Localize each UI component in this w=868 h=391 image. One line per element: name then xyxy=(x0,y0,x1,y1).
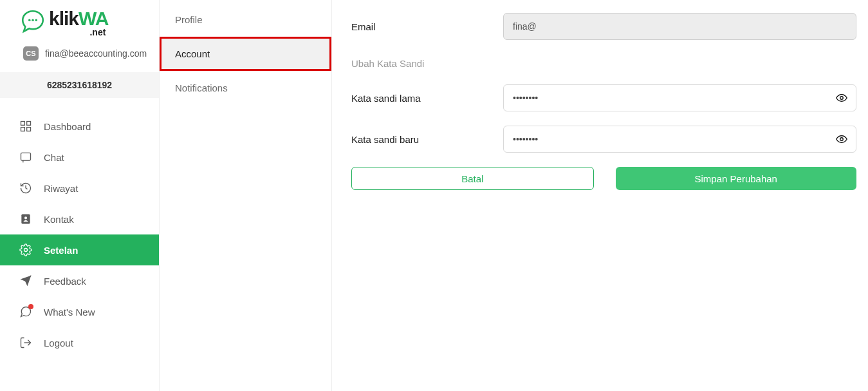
subnav-profile[interactable]: Profile xyxy=(160,3,331,37)
svg-point-10 xyxy=(24,249,28,252)
toggle-old-password-visibility[interactable] xyxy=(835,91,849,105)
settings-subnav: Profile Account Notifications xyxy=(160,0,332,391)
nav-label: Dashboard xyxy=(44,121,91,132)
email-label: Email xyxy=(351,21,503,32)
brand-block: klikWA .net xyxy=(0,0,159,41)
change-password-section-label: Ubah Kata Sandi xyxy=(351,58,856,69)
current-user-row: CS fina@beeaccounting.com xyxy=(0,41,159,72)
nav-feedback[interactable]: Feedback xyxy=(0,265,159,296)
new-password-field[interactable] xyxy=(503,126,856,153)
primary-nav: Dashboard Chat Riwayat Kontak Setelan Fe… xyxy=(0,98,159,358)
account-settings-panel: Email Ubah Kata Sandi Kata sandi lama Ka… xyxy=(332,0,868,391)
email-field xyxy=(503,13,856,40)
svg-rect-4 xyxy=(27,122,31,126)
svg-point-9 xyxy=(24,216,27,219)
chat-icon xyxy=(19,151,32,164)
svg-point-1 xyxy=(32,19,34,22)
svg-rect-5 xyxy=(21,128,25,131)
nav-label: Setelan xyxy=(44,245,78,256)
svg-point-2 xyxy=(35,19,38,22)
nav-dashboard[interactable]: Dashboard xyxy=(0,111,159,142)
phone-number-banner[interactable]: 6285231618192 xyxy=(0,72,159,98)
brand-wordmark: klikWA xyxy=(49,8,108,30)
paper-plane-icon xyxy=(19,274,32,287)
nav-label: Kontak xyxy=(44,214,74,225)
nav-label: Riwayat xyxy=(44,183,78,194)
nav-label: Feedback xyxy=(44,276,86,287)
notification-dot-icon xyxy=(28,304,33,309)
subnav-account[interactable]: Account xyxy=(160,37,331,71)
user-badge: CS xyxy=(23,46,39,61)
nav-logout[interactable]: Logout xyxy=(0,327,159,358)
old-password-label: Kata sandi lama xyxy=(351,93,503,104)
contact-icon xyxy=(19,213,32,225)
nav-label: Chat xyxy=(44,152,64,163)
svg-rect-3 xyxy=(21,122,25,126)
logout-icon xyxy=(19,336,32,349)
brand-chat-icon xyxy=(19,8,46,35)
nav-label: What's New xyxy=(44,307,95,318)
nav-whatsnew[interactable]: What's New xyxy=(0,296,159,327)
nav-setelan[interactable]: Setelan xyxy=(0,234,159,265)
gear-icon xyxy=(19,243,32,256)
nav-kontak[interactable]: Kontak xyxy=(0,204,159,234)
svg-point-0 xyxy=(28,19,31,22)
svg-rect-6 xyxy=(27,128,31,131)
save-changes-button[interactable]: Simpan Perubahan xyxy=(616,167,857,190)
cancel-button[interactable]: Batal xyxy=(351,167,594,190)
eye-icon xyxy=(836,133,847,145)
nav-riwayat[interactable]: Riwayat xyxy=(0,173,159,204)
new-password-label: Kata sandi baru xyxy=(351,134,503,145)
nav-chat[interactable]: Chat xyxy=(0,142,159,173)
user-email: fina@beeaccounting.com xyxy=(45,48,147,59)
svg-rect-7 xyxy=(21,153,31,160)
svg-point-12 xyxy=(840,97,844,100)
grid-icon xyxy=(19,120,32,133)
subnav-notifications[interactable]: Notifications xyxy=(160,71,331,105)
svg-point-13 xyxy=(840,138,844,141)
history-icon xyxy=(19,182,32,195)
eye-icon xyxy=(836,92,847,104)
old-password-field[interactable] xyxy=(503,84,856,111)
toggle-new-password-visibility[interactable] xyxy=(835,132,849,146)
nav-label: Logout xyxy=(44,338,73,348)
main-sidebar: klikWA .net CS fina@beeaccounting.com 62… xyxy=(0,0,160,391)
